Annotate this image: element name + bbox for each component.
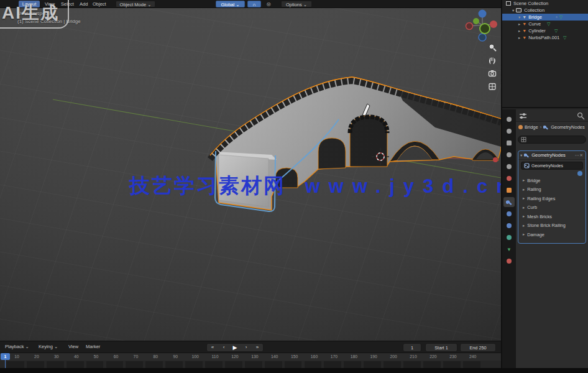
timeline-playhead[interactable]: 1 (1, 353, 10, 360)
timeline-menu-keying[interactable]: Keying ⌄ (39, 344, 58, 349)
ruler-tick-label: 160 (311, 354, 318, 359)
topbar--[interactable]: ◎ (265, 1, 272, 7)
pan-hand-icon[interactable] (487, 55, 497, 65)
curve-data-icon[interactable]: ▽ (554, 29, 558, 34)
jump-start-button[interactable]: « (207, 344, 218, 350)
expander-icon[interactable]: ▸ (518, 35, 520, 40)
pin-icon[interactable] (577, 171, 582, 176)
gizmo-axis-z-neg[interactable] (479, 34, 486, 41)
topbar--[interactable]: ∩ (247, 1, 261, 7)
modifier-subpanel-railing-edges[interactable]: ▸Railing Edges (518, 194, 586, 203)
viewport-tools (487, 42, 497, 91)
timeline-ruler[interactable]: 1020304050607080901001101201301401501601… (0, 353, 501, 361)
frame-end-field[interactable]: End 250 (460, 343, 496, 352)
next-key-button[interactable]: › (241, 344, 252, 350)
curve-data-icon[interactable]: ▽ (563, 35, 566, 40)
outliner-item-label: Scene Collection (513, 1, 548, 6)
properties-tab-scene[interactable] (503, 162, 515, 172)
curve-data-icon[interactable]: ▽ (547, 22, 550, 27)
properties-tab-tool[interactable] (503, 114, 515, 124)
play-button[interactable]: ▶ (229, 344, 241, 351)
expander-icon[interactable]: ▸ (518, 29, 520, 34)
viewport-3d[interactable]: User Perspective (1) Scene Collection | … (0, 8, 501, 341)
properties-tab-physics[interactable] (503, 221, 515, 231)
data-path-field[interactable] (518, 136, 586, 144)
modifier-wrench-icon[interactable]: ◦ (556, 14, 558, 20)
topbar-object[interactable]: Object (91, 1, 108, 7)
track-cell (47, 361, 64, 368)
modifier-subpanel-curb[interactable]: ▸Curb (518, 203, 586, 213)
jump-end-button[interactable]: » (252, 344, 263, 350)
properties-tab-world[interactable] (503, 173, 515, 183)
frame-start-field[interactable]: Start 1 (425, 343, 457, 352)
timeline-menu-view[interactable]: View (68, 344, 78, 349)
subpanel-label: Bridge (527, 178, 540, 183)
outliner-row-nurbspath-001[interactable]: ▸▼NurbsPath.001▽ (502, 34, 588, 41)
topbar-object-mode-[interactable]: Object Mode ⌄ (116, 1, 155, 7)
zoom-tool-icon[interactable] (487, 42, 497, 52)
properties-tab-particles[interactable] (503, 209, 515, 219)
node-group-name: GeometryNodes (531, 163, 563, 168)
properties-tab-output[interactable] (503, 138, 515, 148)
curve-data-icon[interactable]: ▽ (559, 15, 563, 20)
node-group-selector[interactable]: GeometryNodes (521, 162, 583, 170)
properties-tab-object-data[interactable]: ▼ (503, 244, 515, 254)
gizmo-axis-x-neg[interactable] (466, 23, 473, 30)
breadcrumb-object[interactable]: Bridge (525, 124, 538, 130)
current-frame-field[interactable]: 1 (403, 343, 421, 352)
expander-icon[interactable]: ▸ (518, 22, 520, 27)
chevron-down-icon[interactable]: ▾ (520, 153, 522, 158)
properties-tab-material[interactable] (503, 256, 515, 266)
track-cell (344, 361, 361, 368)
properties-tab-modifiers[interactable] (503, 197, 515, 207)
prev-key-button[interactable]: ‹ (218, 344, 229, 350)
properties-editor-icon[interactable] (518, 111, 528, 121)
properties-tab-object[interactable] (503, 185, 515, 195)
grid-icon (521, 137, 526, 142)
modifier-options-icon[interactable]: ▫▫✕ (575, 153, 584, 158)
modifier-subpanel-damage[interactable]: ▸Damage (518, 230, 586, 239)
search-icon[interactable] (577, 112, 585, 120)
expander-icon[interactable]: ▾ (512, 8, 514, 13)
topbar-global-[interactable]: Global ⌄ (216, 1, 245, 7)
timeline-menu-marker[interactable]: Marker (86, 344, 100, 349)
timeline-menu-playback[interactable]: Playback ⌄ (5, 344, 29, 349)
camera-view-icon[interactable] (487, 68, 497, 78)
breadcrumb-modifier[interactable]: GeometryNodes (551, 124, 585, 130)
outliner-row-scene-collection[interactable]: Scene Collection (502, 0, 588, 7)
gizmo-axis-y-neg[interactable] (480, 24, 490, 34)
playback-controls: «‹▶›» (206, 343, 264, 352)
ruler-tick-label: 240 (469, 354, 476, 359)
properties-tab-view-layer[interactable] (503, 150, 515, 160)
modifier-subpanel-bridge[interactable]: ▸Bridge (518, 176, 586, 185)
outliner-row-curve[interactable]: ▸▼Curve▽ (502, 21, 588, 27)
track-cell (86, 361, 104, 368)
outliner-row-bridge[interactable]: ▾▼Bridge◦▽ (502, 14, 588, 21)
gizmo-axis-x[interactable] (490, 21, 497, 28)
track-cell (67, 361, 84, 368)
topbar-options-[interactable]: Options ⌄ (281, 1, 312, 7)
modifier-header[interactable]: ▾ GeometryNodes ▫▫✕ (518, 151, 586, 160)
track-cell (463, 361, 480, 368)
ruler-tick-label: 30 (54, 354, 59, 359)
ruler-tick-label: 190 (370, 354, 377, 359)
expander-icon[interactable]: ▾ (518, 15, 520, 20)
properties-tab-render[interactable] (503, 126, 515, 136)
modifier-subpanel-railing[interactable]: ▸Railing (518, 185, 586, 195)
scene-collection-icon (506, 1, 511, 6)
track-cell (245, 361, 262, 368)
ruler-tick-label: 110 (212, 354, 219, 359)
properties-tab-constraints[interactable] (503, 233, 515, 242)
chevron-right-icon: ▸ (523, 205, 525, 210)
topbar-add[interactable]: Add (78, 1, 89, 7)
timeline-editor[interactable]: Playback ⌄Keying ⌄ViewMarker «‹▶›» 1 Sta… (0, 341, 501, 368)
ai-badge-text: AI生成 (2, 3, 59, 22)
outliner-row-cylinder[interactable]: ▸▼Cylinder▽ (502, 27, 588, 34)
outliner-row-collection[interactable]: ▾Collection (502, 7, 588, 14)
subpanel-label: Mesh Bricks (527, 214, 552, 219)
modifier-subpanel-stone-brick-railing[interactable]: ▸Stone Brick Railing (518, 221, 586, 231)
modifier-subpanel-mesh-bricks[interactable]: ▸Mesh Bricks (518, 212, 586, 221)
gizmo-axis-y[interactable] (473, 18, 479, 24)
gizmo-axis-z[interactable] (479, 10, 487, 18)
ortho-toggle-icon[interactable] (487, 81, 497, 91)
